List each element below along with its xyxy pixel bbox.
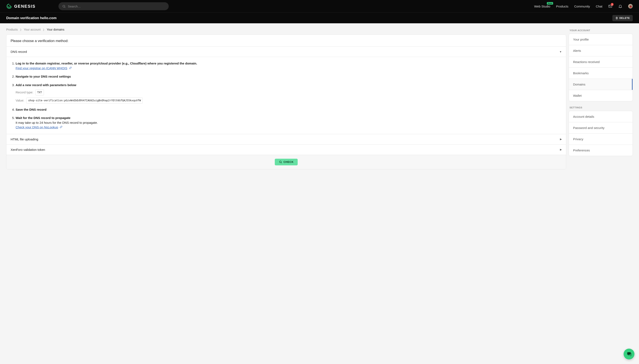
delete-button[interactable]: DELETE bbox=[612, 15, 633, 21]
sidebar-item-password-and-security[interactable]: Password and security bbox=[569, 122, 632, 134]
check-button[interactable]: CHECK bbox=[275, 159, 298, 165]
nav-community[interactable]: Community bbox=[574, 4, 590, 8]
method-dns-row[interactable]: DNS record ▼ bbox=[6, 46, 566, 57]
method-token-row[interactable]: XenForo validation token ▶ bbox=[6, 144, 566, 155]
sidebar-item-reactions-received[interactable]: Reactions received bbox=[569, 56, 632, 68]
chevron-right-icon: ❯ bbox=[20, 28, 22, 31]
record-type-value: TXT bbox=[35, 90, 44, 96]
breadcrumb: Products ❯ Your account ❯ Your domains bbox=[6, 28, 566, 31]
sidebar-item-domains[interactable]: Domains bbox=[569, 79, 632, 90]
search-input[interactable] bbox=[68, 4, 165, 8]
step-1-title: Log in to the domain registrar, reseller… bbox=[16, 62, 197, 65]
step-4-title: Save the DNS record bbox=[16, 108, 46, 111]
card-footer: CHECK bbox=[6, 155, 566, 169]
soon-badge: Soon bbox=[547, 2, 553, 4]
crumb-account[interactable]: Your account bbox=[24, 28, 40, 31]
verification-card: Please choose a verification method: DNS… bbox=[6, 34, 566, 169]
sidebar-item-preferences[interactable]: Preferences bbox=[569, 145, 632, 156]
caret-down-icon: ▼ bbox=[559, 50, 562, 53]
nav-web-studio[interactable]: Web Studio Soon bbox=[534, 4, 550, 8]
search-icon bbox=[62, 4, 66, 8]
mail-badge: 1 bbox=[611, 3, 614, 6]
value-value: shop-site-verification:pGzvWnEbEd9V47IAO… bbox=[26, 98, 143, 104]
avatar[interactable]: 🐞 bbox=[628, 4, 633, 8]
caret-right-icon: ▶ bbox=[560, 148, 562, 151]
whois-link[interactable]: Find your registrar on ICANN WHOIS bbox=[16, 66, 67, 70]
svg-point-0 bbox=[63, 5, 65, 7]
card-heading: Please choose a verification method: bbox=[6, 35, 566, 46]
side-heading-account: YOUR ACCOUNT bbox=[570, 29, 633, 32]
dns-method-body: Log in to the domain registrar, reseller… bbox=[6, 57, 566, 134]
nav-chat[interactable]: Chat bbox=[596, 4, 602, 8]
bell-icon[interactable] bbox=[618, 4, 622, 8]
external-link-icon bbox=[60, 126, 62, 129]
side-heading-settings: SETTINGS bbox=[570, 106, 633, 109]
page-title: Domain verification hello.com bbox=[6, 16, 56, 20]
nav-products[interactable]: Products bbox=[556, 4, 568, 8]
step-5-title: Wait for the DNS record to propagate bbox=[16, 116, 70, 120]
search-icon bbox=[279, 160, 282, 164]
step-5-desc: It may take up to 24 hours for the DNS r… bbox=[16, 121, 98, 124]
sidebar-item-alerts[interactable]: Alerts bbox=[569, 45, 632, 56]
step-2-title: Navigate to your DNS record settings bbox=[16, 75, 71, 78]
caret-right-icon: ▶ bbox=[560, 138, 562, 140]
svg-point-2 bbox=[279, 161, 281, 163]
method-html-row[interactable]: HTML file uploading ▶ bbox=[6, 134, 566, 144]
settings-menu: Account detailsPassword and securityPriv… bbox=[569, 111, 633, 156]
nslookup-link[interactable]: Check your DNS on NsLookup bbox=[16, 126, 58, 129]
brand-name: GENESIS bbox=[14, 4, 36, 9]
crumb-products[interactable]: Products bbox=[6, 28, 18, 31]
brand-logo[interactable]: GENESIS bbox=[6, 3, 36, 9]
step-3-title: Add a new record with parameters below bbox=[16, 83, 76, 87]
sidebar-item-your-profile[interactable]: Your profile bbox=[569, 34, 632, 45]
record-type-label: Record type: bbox=[16, 90, 33, 95]
crumb-current: Your domains bbox=[46, 28, 64, 31]
page-header: Domain verification hello.com DELETE bbox=[0, 12, 639, 23]
sidebar-item-privacy[interactable]: Privacy bbox=[569, 134, 632, 145]
logo-icon bbox=[6, 3, 12, 9]
mail-icon[interactable]: 1 bbox=[608, 4, 612, 8]
external-link-icon bbox=[69, 66, 72, 70]
sidebar-item-wallet[interactable]: Wallet bbox=[569, 90, 632, 101]
topnav: Web Studio Soon Products Community Chat … bbox=[534, 4, 633, 8]
chevron-right-icon: ❯ bbox=[43, 28, 44, 31]
search-bar[interactable] bbox=[58, 2, 169, 10]
trash-icon bbox=[615, 17, 618, 20]
topbar: GENESIS Web Studio Soon Products Communi… bbox=[0, 0, 639, 12]
sidebar-item-bookmarks[interactable]: Bookmarks bbox=[569, 68, 632, 79]
sidebar-item-account-details[interactable]: Account details bbox=[569, 111, 632, 122]
value-label: Value: bbox=[16, 98, 24, 103]
account-menu: Your profileAlertsReactions receivedBook… bbox=[569, 34, 633, 101]
